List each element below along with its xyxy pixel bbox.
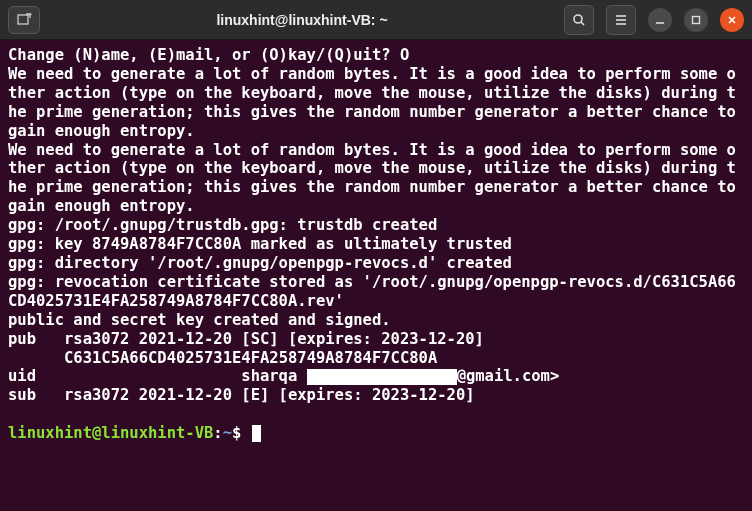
terminal-line: gpg: revocation certificate stored as '/… — [8, 273, 744, 311]
menu-button[interactable] — [606, 5, 636, 35]
close-icon — [726, 14, 738, 26]
search-icon — [571, 12, 587, 28]
prompt-path: ~ — [223, 424, 232, 442]
terminal-line: gpg: /root/.gnupg/trustdb.gpg: trustdb c… — [8, 216, 744, 235]
redacted-block — [307, 369, 457, 385]
maximize-icon — [690, 14, 702, 26]
close-button[interactable] — [720, 8, 744, 32]
prompt-colon: : — [213, 424, 222, 442]
uid-prefix: uid sharqa — [8, 367, 307, 385]
svg-text:+: + — [28, 12, 32, 19]
minimize-button[interactable] — [648, 8, 672, 32]
terminal-line: We need to generate a lot of random byte… — [8, 65, 744, 141]
svg-rect-9 — [693, 16, 700, 23]
terminal-line: public and secret key created and signed… — [8, 311, 744, 330]
cursor — [252, 425, 261, 442]
terminal-line: gpg: key 8749A8784F7CC80A marked as ulti… — [8, 235, 744, 254]
uid-suffix: @gmail.com> — [457, 367, 560, 385]
terminal-line: pub rsa3072 2021-12-20 [SC] [expires: 20… — [8, 330, 744, 349]
window-title: linuxhint@linuxhint-VB: ~ — [40, 12, 564, 28]
terminal-area[interactable]: Change (N)ame, (E)mail, or (O)kay/(Q)uit… — [0, 40, 752, 511]
terminal-uid-line: uid sharqa @gmail.com> — [8, 367, 744, 386]
svg-rect-0 — [18, 15, 28, 24]
minimize-icon — [654, 14, 666, 26]
terminal-prompt: linuxhint@linuxhint-VB:~$ — [8, 424, 744, 443]
svg-point-3 — [574, 15, 582, 23]
new-tab-icon: + — [16, 12, 32, 28]
new-tab-button[interactable]: + — [8, 6, 40, 34]
terminal-line: gpg: directory '/root/.gnupg/openpgp-rev… — [8, 254, 744, 273]
terminal-line: sub rsa3072 2021-12-20 [E] [expires: 202… — [8, 386, 744, 405]
terminal-line: C631C5A66CD4025731E4FA258749A8784F7CC80A — [8, 349, 744, 368]
titlebar: + linuxhint@linuxhint-VB: ~ — [0, 0, 752, 40]
hamburger-icon — [613, 12, 629, 28]
terminal-blank-line — [8, 405, 744, 424]
prompt-user: linuxhint@linuxhint-VB — [8, 424, 213, 442]
svg-line-4 — [581, 22, 584, 25]
maximize-button[interactable] — [684, 8, 708, 32]
search-button[interactable] — [564, 5, 594, 35]
titlebar-controls — [564, 5, 744, 35]
prompt-dollar: $ — [232, 424, 241, 442]
terminal-line: Change (N)ame, (E)mail, or (O)kay/(Q)uit… — [8, 46, 744, 65]
terminal-line: We need to generate a lot of random byte… — [8, 141, 744, 217]
